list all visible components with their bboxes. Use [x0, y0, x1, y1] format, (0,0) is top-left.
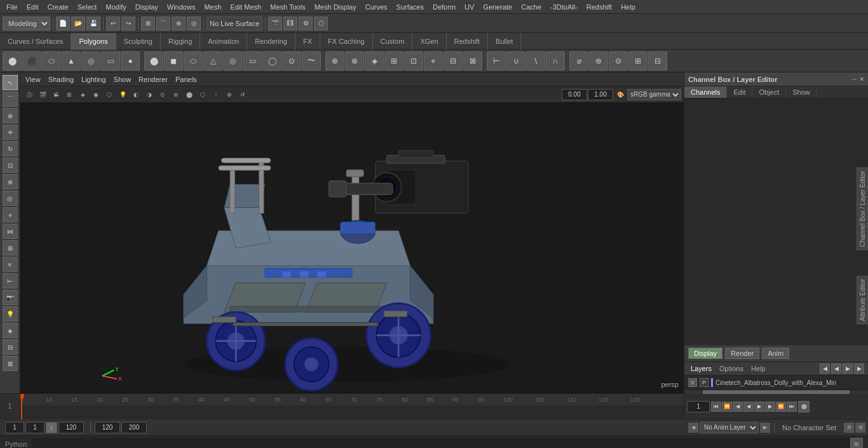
- lasso-tool-btn[interactable]: ⌒: [3, 92, 18, 107]
- shelf-poly-plane[interactable]: ▭: [243, 51, 262, 71]
- shelf-torus[interactable]: ◎: [81, 51, 100, 71]
- menu-generate[interactable]: Generate: [479, 2, 516, 12]
- vh-show[interactable]: Show: [111, 76, 134, 83]
- playback-start-input[interactable]: [5, 422, 24, 433]
- viewport-canvas[interactable]: Y X persp: [20, 103, 684, 393]
- menu-mesh-display[interactable]: Mesh Display: [311, 2, 360, 12]
- vh-view[interactable]: View: [23, 76, 43, 83]
- layer-back-btn[interactable]: ◀: [831, 363, 841, 374]
- layer-end-btn[interactable]: ▶: [854, 363, 864, 374]
- vt-normals[interactable]: ↑: [210, 88, 222, 101]
- align-btn[interactable]: ≡: [3, 257, 18, 272]
- vt-isolate[interactable]: ⊙: [156, 88, 169, 101]
- menu-mesh[interactable]: Mesh: [200, 2, 225, 12]
- snap-together-btn[interactable]: ⊞: [3, 240, 18, 255]
- anim-layer-next-btn[interactable]: ▶: [760, 423, 770, 433]
- layer-playback[interactable]: P: [700, 378, 709, 387]
- rotation-input[interactable]: [562, 89, 587, 100]
- render-settings-btn[interactable]: ⚙: [299, 17, 313, 31]
- vt-ao[interactable]: ◑: [143, 88, 156, 101]
- shelf-poly-sphere[interactable]: ⬤: [144, 51, 163, 71]
- tab-xgen[interactable]: XGen: [412, 33, 446, 50]
- tab-fx-caching[interactable]: FX Caching: [320, 33, 372, 50]
- menu-mesh-tools[interactable]: Mesh Tools: [266, 2, 309, 12]
- bt-tab-render[interactable]: Render: [725, 348, 759, 359]
- shelf-extrude[interactable]: ⊞: [384, 51, 403, 71]
- menu-uv[interactable]: UV: [461, 2, 478, 12]
- tab-bullet[interactable]: Bullet: [488, 33, 522, 50]
- current-frame-field[interactable]: [25, 422, 44, 433]
- shelf-sphere[interactable]: ⬤: [3, 51, 22, 71]
- layer-forward-btn[interactable]: ▶: [843, 363, 853, 374]
- undo-btn[interactable]: ↩: [106, 17, 120, 31]
- skip-to-end-btn[interactable]: ⏭: [787, 402, 797, 412]
- auto-key-btn[interactable]: ⬤: [798, 401, 810, 412]
- layer-add-btn[interactable]: ◀: [820, 363, 830, 374]
- prev-key-btn[interactable]: ◀: [733, 402, 743, 412]
- menu-edit-mesh[interactable]: Edit Mesh: [226, 2, 265, 12]
- shelf-poly-helix[interactable]: 〜: [302, 51, 321, 71]
- tab-fx[interactable]: FX: [295, 33, 320, 50]
- tab-rigging[interactable]: Rigging: [161, 33, 200, 50]
- menu-surfaces[interactable]: Surfaces: [393, 2, 428, 12]
- play-back-btn[interactable]: ◀: [743, 402, 754, 412]
- menu-curves[interactable]: Curves: [362, 2, 391, 12]
- snap-point-btn[interactable]: ⊕: [172, 17, 186, 31]
- menu-redshift[interactable]: Redshift: [583, 2, 616, 12]
- cv-btn[interactable]: ◈: [3, 323, 18, 338]
- next-key-btn[interactable]: ▶: [765, 402, 775, 412]
- char-set-prev-btn[interactable]: ⚙: [844, 423, 854, 433]
- shelf-smooth[interactable]: ◈: [365, 51, 384, 71]
- symmetry-btn[interactable]: ⋈: [3, 224, 18, 239]
- vt-shaded[interactable]: ◉: [90, 88, 102, 101]
- vh-shading[interactable]: Shading: [46, 76, 76, 83]
- char-set-next-btn[interactable]: ⊞: [855, 423, 865, 433]
- python-run-btn[interactable]: ⊞: [850, 438, 863, 449]
- select-tool-btn[interactable]: ↖: [3, 75, 18, 90]
- mode-select[interactable]: Modeling: [3, 17, 50, 31]
- paint-sel-btn[interactable]: ⊕: [3, 108, 18, 123]
- universal-manip-btn[interactable]: ⊗: [3, 174, 18, 189]
- vt-select-type[interactable]: ⊗: [223, 88, 236, 101]
- shelf-cone[interactable]: ▲: [62, 51, 81, 71]
- tab-custom[interactable]: Custom: [373, 33, 413, 50]
- range-end2-input[interactable]: [121, 422, 147, 433]
- shelf-plane[interactable]: ▭: [101, 51, 120, 71]
- menu-display[interactable]: Display: [132, 2, 162, 12]
- render-btn[interactable]: 🎬: [268, 17, 282, 31]
- vh-renderer[interactable]: Renderer: [136, 76, 170, 83]
- play-fwd-btn[interactable]: ▶: [754, 402, 764, 412]
- vh-lighting[interactable]: Lighting: [79, 76, 109, 83]
- channel-box-side-tab[interactable]: Channel Box / Layer Editor: [857, 168, 868, 250]
- shelf-sculpt2[interactable]: ⊛: [589, 51, 608, 71]
- shelf-separate[interactable]: ⊗: [345, 51, 364, 71]
- vt-grid[interactable]: ⊞: [63, 88, 76, 101]
- tab-polygons[interactable]: Polygons: [71, 33, 116, 50]
- tab-rendering[interactable]: Rendering: [247, 33, 295, 50]
- shelf-poly-torus[interactable]: ◎: [223, 51, 242, 71]
- menu-windows[interactable]: Windows: [163, 2, 200, 12]
- tab-sculpting[interactable]: Sculpting: [116, 33, 161, 50]
- menu-3dtoall[interactable]: -3DtoAll-: [546, 2, 581, 12]
- scale-tool-btn[interactable]: ⊡: [3, 158, 18, 173]
- shelf-mirror[interactable]: ⊢: [487, 51, 506, 71]
- menu-create[interactable]: Create: [44, 2, 72, 12]
- shelf-cube[interactable]: ⬛: [22, 51, 41, 71]
- rotate-tool-btn[interactable]: ↻: [3, 141, 18, 156]
- layers-tab-options[interactable]: Options: [717, 364, 746, 373]
- shelf-boolean-inter[interactable]: ∩: [546, 51, 565, 71]
- shelf-sculpt3[interactable]: ⊝: [609, 51, 628, 71]
- light-btn[interactable]: 💡: [3, 306, 18, 322]
- menu-modify[interactable]: Modify: [102, 2, 130, 12]
- frame-sel-btn[interactable]: ⊠: [3, 356, 18, 371]
- shelf-sculpt4[interactable]: ⊞: [628, 51, 648, 71]
- shelf-sculpt1[interactable]: ⌀: [569, 51, 588, 71]
- tab-redshift[interactable]: Redshift: [447, 33, 488, 50]
- anim-layer-select[interactable]: No Anim Layer: [700, 422, 759, 433]
- attribute-editor-side-tab[interactable]: Attribute Editor: [857, 276, 868, 324]
- soft-mod-btn[interactable]: ◎: [3, 191, 18, 206]
- vt-camera-manip[interactable]: ↺: [236, 88, 249, 101]
- menu-file[interactable]: File: [3, 2, 22, 12]
- anim-layer-prev-btn[interactable]: ◀: [688, 423, 698, 433]
- new-scene-btn[interactable]: 📄: [56, 17, 70, 31]
